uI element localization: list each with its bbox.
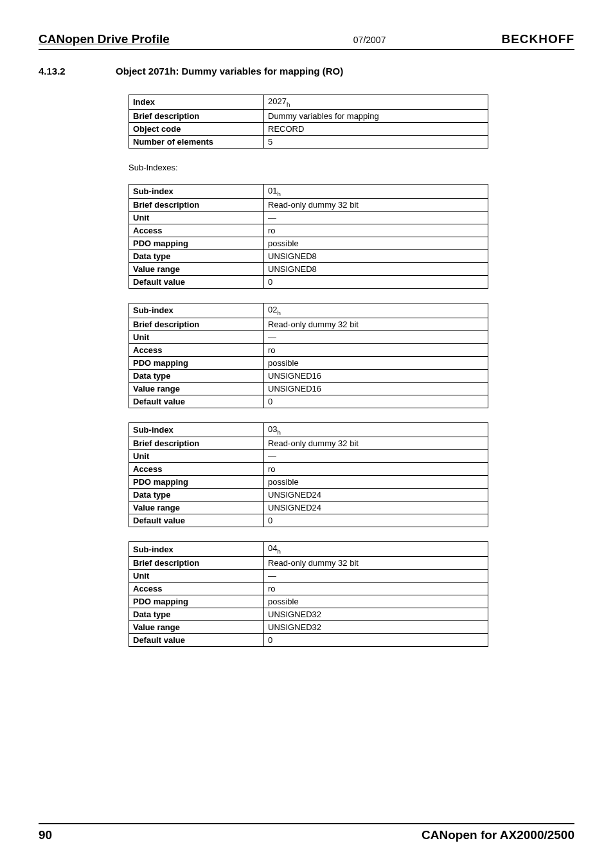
main-table-label: Object code bbox=[129, 122, 264, 135]
subindex-table: Sub-index02hBrief descriptionRead-only d… bbox=[129, 303, 488, 408]
subindex-value: possible bbox=[264, 595, 488, 608]
subindex-value: Read-only dummy 32 bit bbox=[264, 437, 488, 450]
header-left: CANopen Drive Profile bbox=[39, 32, 353, 46]
subindex-row: Data typeUNSIGNED24 bbox=[129, 489, 488, 502]
subindex-label: Brief description bbox=[129, 318, 264, 330]
subindex-label: Value range bbox=[129, 382, 264, 395]
subindex-label: Sub-index bbox=[129, 542, 264, 557]
subindex-row: Unit— bbox=[129, 330, 488, 343]
subindex-row: Brief descriptionRead-only dummy 32 bit bbox=[129, 556, 488, 569]
subindex-label: Brief description bbox=[129, 199, 264, 212]
subindex-value: 01h bbox=[264, 184, 488, 199]
section-number: 4.13.2 bbox=[39, 66, 116, 77]
subindex-value: possible bbox=[264, 356, 488, 369]
subindex-row: Data typeUNSIGNED8 bbox=[129, 250, 488, 263]
subindex-value: UNSIGNED32 bbox=[264, 620, 488, 633]
subindex-label: Value range bbox=[129, 620, 264, 633]
subindex-row: Unit— bbox=[129, 569, 488, 582]
subindex-value: 03h bbox=[264, 422, 488, 437]
subindex-table: Sub-index03hBrief descriptionRead-only d… bbox=[129, 422, 488, 528]
subindex-label: Data type bbox=[129, 489, 264, 502]
subindex-label: Sub-index bbox=[129, 303, 264, 318]
subindex-row: Brief descriptionRead-only dummy 32 bit bbox=[129, 437, 488, 450]
subindex-label: Default value bbox=[129, 395, 264, 408]
subindex-value: Read-only dummy 32 bit bbox=[264, 556, 488, 569]
main-table-value: Dummy variables for mapping bbox=[264, 109, 488, 122]
main-table-row: Object codeRECORD bbox=[129, 122, 488, 135]
subindex-label: Unit bbox=[129, 212, 264, 224]
subindex-label: Default value bbox=[129, 276, 264, 289]
subindex-row: Sub-index03h bbox=[129, 422, 488, 437]
subindex-value: UNSIGNED32 bbox=[264, 608, 488, 620]
main-table-row: Brief descriptionDummy variables for map… bbox=[129, 109, 488, 122]
section-heading: 4.13.2 Object 2071h: Dummy variables for… bbox=[39, 66, 574, 77]
subindex-label: Access bbox=[129, 343, 264, 356]
subindex-row: Value rangeUNSIGNED24 bbox=[129, 502, 488, 514]
subindex-label: Value range bbox=[129, 502, 264, 514]
subindex-row: Value rangeUNSIGNED8 bbox=[129, 263, 488, 276]
main-table-label: Index bbox=[129, 95, 264, 110]
subindex-label: Brief description bbox=[129, 437, 264, 450]
subindex-label: Data type bbox=[129, 608, 264, 620]
subindex-value: 0 bbox=[264, 276, 488, 289]
subindex-row: Value rangeUNSIGNED32 bbox=[129, 620, 488, 633]
subindex-row: Accessro bbox=[129, 582, 488, 595]
subindex-row: Default value0 bbox=[129, 514, 488, 527]
subindex-value: 0 bbox=[264, 633, 488, 646]
subindex-value: possible bbox=[264, 237, 488, 250]
subindex-label: Access bbox=[129, 224, 264, 237]
subindex-value: Read-only dummy 32 bit bbox=[264, 199, 488, 212]
subindex-value: UNSIGNED24 bbox=[264, 489, 488, 502]
subindex-value: UNSIGNED8 bbox=[264, 263, 488, 276]
main-table-label: Brief description bbox=[129, 109, 264, 122]
main-table-row: Number of elements5 bbox=[129, 135, 488, 148]
subindex-row: PDO mappingpossible bbox=[129, 356, 488, 369]
subindex-value: 02h bbox=[264, 303, 488, 318]
footer-title: CANopen for AX2000/2500 bbox=[422, 828, 574, 842]
main-table-label: Number of elements bbox=[129, 135, 264, 148]
subindex-label: PDO mapping bbox=[129, 356, 264, 369]
subindex-row: Default value0 bbox=[129, 276, 488, 289]
subindex-value: ro bbox=[264, 343, 488, 356]
main-table-value: 5 bbox=[264, 135, 488, 148]
main-table-row: Index2027h bbox=[129, 95, 488, 110]
subindex-label: Default value bbox=[129, 514, 264, 527]
subindex-value: Read-only dummy 32 bit bbox=[264, 318, 488, 330]
main-table-value: RECORD bbox=[264, 122, 488, 135]
subindex-row: Default value0 bbox=[129, 395, 488, 408]
subindex-row: PDO mappingpossible bbox=[129, 476, 488, 489]
subindex-row: Sub-index04h bbox=[129, 542, 488, 557]
subindex-row: Default value0 bbox=[129, 633, 488, 646]
subindex-value: — bbox=[264, 569, 488, 582]
main-object-table: Index2027hBrief descriptionDummy variabl… bbox=[129, 95, 488, 149]
subindex-row: Sub-index01h bbox=[129, 184, 488, 199]
subindex-row: Unit— bbox=[129, 450, 488, 463]
subindex-row: Accessro bbox=[129, 343, 488, 356]
subindex-row: Accessro bbox=[129, 463, 488, 476]
subindex-label: Data type bbox=[129, 369, 264, 382]
subindex-label: Unit bbox=[129, 569, 264, 582]
subindex-table: Sub-index01hBrief descriptionRead-only d… bbox=[129, 184, 488, 289]
subindex-value: 0 bbox=[264, 395, 488, 408]
subindex-label: PDO mapping bbox=[129, 476, 264, 489]
subindex-label: Access bbox=[129, 582, 264, 595]
subindex-label: Unit bbox=[129, 330, 264, 343]
subindex-value: ro bbox=[264, 582, 488, 595]
subindex-row: Data typeUNSIGNED32 bbox=[129, 608, 488, 620]
subindex-label: Default value bbox=[129, 633, 264, 646]
subindex-label: Sub-index bbox=[129, 422, 264, 437]
subindex-row: Unit— bbox=[129, 212, 488, 224]
subindex-value: ro bbox=[264, 224, 488, 237]
content-area: Index2027hBrief descriptionDummy variabl… bbox=[129, 95, 574, 661]
subindexes-label: Sub-Indexes: bbox=[129, 163, 574, 172]
subindex-label: Data type bbox=[129, 250, 264, 263]
page-number: 90 bbox=[39, 828, 422, 842]
header-brand: BECKHOFF bbox=[501, 32, 574, 46]
subindex-value: ro bbox=[264, 463, 488, 476]
subindex-row: PDO mappingpossible bbox=[129, 595, 488, 608]
subindex-table: Sub-index04hBrief descriptionRead-only d… bbox=[129, 541, 488, 647]
subindex-value: 04h bbox=[264, 542, 488, 557]
subindex-value: UNSIGNED16 bbox=[264, 382, 488, 395]
header-date: 07/2007 bbox=[353, 35, 386, 45]
subindex-value: — bbox=[264, 330, 488, 343]
